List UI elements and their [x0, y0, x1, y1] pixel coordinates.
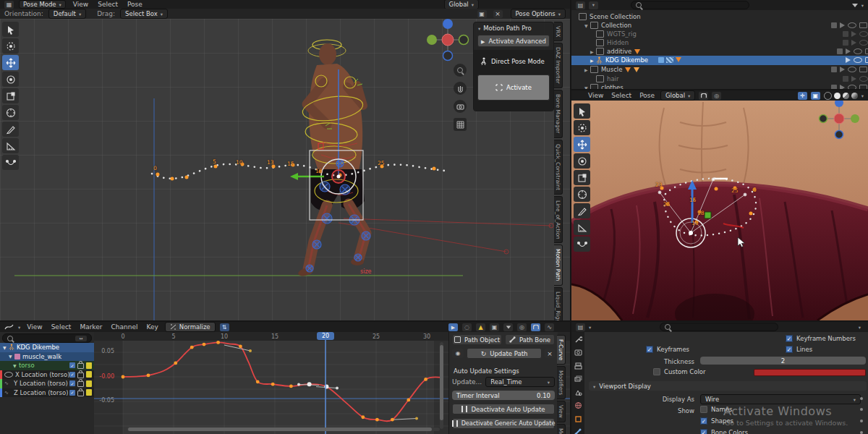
eye-icon[interactable] [848, 85, 856, 89]
keyframe[interactable] [407, 399, 410, 402]
channel-search[interactable]: ↔ [2, 333, 92, 343]
material-shading-icon[interactable] [843, 93, 849, 99]
shapes-checkbox[interactable] [700, 417, 707, 425]
chevron-down-icon[interactable] [861, 92, 864, 99]
navigation-gizmo[interactable] [427, 19, 469, 61]
outliner-row-scene-collection[interactable]: Scene Collection [571, 12, 868, 22]
deactivate-generic-auto-update-button[interactable]: Deactivate Generic Auto Update [452, 418, 555, 429]
solid-shading-icon[interactable] [834, 93, 841, 99]
expand-icon[interactable]: ▶ [590, 49, 596, 54]
enable-checkbox[interactable] [69, 372, 75, 378]
keyframe[interactable] [190, 346, 194, 349]
animate-dot[interactable] [860, 397, 863, 400]
deactivate-auto-update-button[interactable]: Deactivate Auto Update [452, 404, 555, 414]
outliner-row-muscle[interactable]: ▶ Muscle [571, 65, 868, 75]
tool-annotate[interactable] [574, 203, 590, 218]
tool-rotate[interactable] [574, 153, 590, 169]
activate-advanced-button[interactable]: Activate Advanced [477, 35, 550, 47]
menu-pose[interactable]: Pose [125, 1, 145, 8]
channel-x-location[interactable]: X Location (torso) [0, 370, 94, 380]
gizmo-toggle-icon[interactable]: ✛ [798, 92, 807, 100]
keyframe[interactable] [361, 415, 365, 419]
proportional-edit-icon[interactable]: ◎ [517, 323, 527, 331]
update-path-button[interactable]: Update Path [467, 348, 542, 359]
filter-icon[interactable] [503, 323, 513, 331]
horizontal-scrollbar[interactable] [127, 427, 440, 431]
custom-color-swatch[interactable] [754, 369, 866, 376]
display-as-dropdown[interactable]: Wire [700, 394, 861, 404]
checkbox-icon[interactable] [831, 67, 837, 72]
outliner-row-kdg-dikembe[interactable]: ▶ KDG Dikembe [571, 56, 868, 65]
eye-icon[interactable] [4, 372, 13, 378]
lock-icon[interactable] [77, 381, 84, 387]
outliner-search[interactable] [631, 1, 749, 9]
tab-daz-importer[interactable]: DAZ Importer [554, 43, 563, 88]
menu-view[interactable]: View [71, 1, 90, 8]
solo-icon[interactable] [86, 362, 92, 369]
keyframe[interactable] [424, 378, 427, 381]
tab-scene-icon[interactable] [573, 388, 583, 397]
selectable-icon[interactable] [840, 85, 845, 89]
editor-type-chevron[interactable] [18, 323, 20, 331]
tab-modifiers[interactable]: Modifiers [557, 366, 566, 399]
tool-cursor[interactable] [2, 38, 19, 54]
normalize-toggle[interactable]: Normalize [165, 322, 216, 332]
tab-data-icon[interactable] [573, 427, 583, 434]
selectable-icon[interactable] [840, 67, 845, 72]
xray-toggle-icon[interactable]: ▣ [811, 92, 820, 100]
tab-render-icon[interactable] [573, 348, 583, 357]
solo-icon[interactable] [86, 371, 92, 378]
keyframes-checkbox[interactable] [646, 346, 653, 353]
pan-button[interactable] [454, 82, 467, 95]
viewport-display-section[interactable]: Viewport Display [589, 381, 867, 391]
tool-measure[interactable] [2, 138, 19, 153]
tool-cursor[interactable] [574, 120, 590, 135]
tool-pose-breakdowner[interactable] [2, 155, 19, 170]
mode-dropdown[interactable]: Pose Mode [19, 0, 66, 9]
key-handles[interactable] [224, 345, 418, 420]
properties-editor-icon[interactable]: ▤ [576, 323, 585, 331]
keyframe[interactable] [391, 418, 394, 422]
camera-view-button[interactable] [454, 100, 467, 113]
outliner-editor-icon[interactable]: ▤ [576, 1, 585, 9]
expand-icon[interactable]: ▶ [590, 58, 596, 63]
tool-transform[interactable] [2, 105, 19, 120]
eye-icon[interactable] [859, 31, 868, 37]
selectable-icon[interactable] [851, 40, 856, 46]
solo-icon[interactable] [86, 389, 92, 396]
outliner-row-clothes[interactable]: ▼ clothes [571, 83, 868, 89]
tool-scale[interactable] [574, 170, 590, 185]
expand-icon[interactable]: ▼ [584, 23, 590, 28]
menu-view[interactable]: View [25, 323, 44, 331]
checkbox-icon[interactable] [831, 22, 837, 28]
animate-dot[interactable] [860, 431, 863, 434]
tool-move[interactable] [2, 55, 19, 70]
outliner-row-hair[interactable]: hair [571, 75, 868, 84]
viewport-disable-icon[interactable] [859, 85, 867, 89]
lock-icon[interactable] [77, 363, 84, 369]
keyframe[interactable] [271, 383, 275, 386]
eye-icon[interactable] [859, 40, 868, 46]
tool-annotate[interactable] [2, 122, 19, 137]
tab-liquid-rigg-system[interactable]: Liquid_Rigg_system [554, 287, 563, 320]
menu-select[interactable]: Select [95, 1, 120, 8]
thickness-slider[interactable]: 2 [700, 357, 866, 365]
outliner-row-wgts-rig[interactable]: WGTS_rig [571, 30, 868, 39]
copy-icon[interactable]: ∿ [545, 323, 554, 331]
orientation-dropdown[interactable]: Global [660, 90, 695, 101]
keyframe[interactable] [122, 375, 125, 379]
viewport-disable-icon[interactable] [859, 67, 867, 72]
tab-quick-constraint[interactable]: Quick_Constraint [554, 140, 563, 195]
channel-action[interactable]: ▼ muscle_walk [0, 352, 94, 362]
update-mode-dropdown[interactable]: Real_Time [485, 377, 555, 387]
keyframe-numbers-checkbox[interactable] [786, 335, 793, 342]
keyframe[interactable] [216, 341, 220, 344]
playhead-sync-icon[interactable] [448, 323, 458, 331]
tab-tool-icon[interactable] [573, 335, 583, 344]
ghost-curves-icon[interactable]: ◌ [462, 323, 472, 331]
scrollbar-thumb[interactable] [128, 427, 432, 431]
zoom-button[interactable] [454, 64, 467, 77]
menu-marker[interactable]: Marker [77, 323, 104, 331]
eye-icon[interactable] [859, 76, 868, 82]
normalize-auto-icon[interactable]: ⇅ [220, 323, 229, 331]
